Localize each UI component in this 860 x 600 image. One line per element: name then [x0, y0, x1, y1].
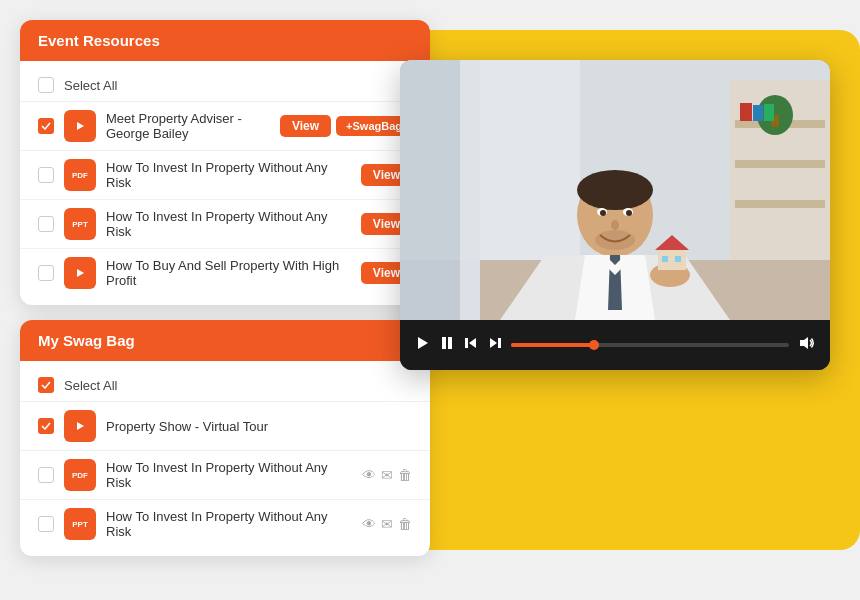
swag-icon-ppt-3: PPT [64, 508, 96, 540]
svg-rect-15 [764, 104, 774, 121]
svg-rect-9 [735, 160, 825, 168]
left-panel: Event Resources Select All Meet Proper [20, 20, 430, 556]
swag-row-2: PDF How To Invest In Property Without An… [20, 450, 430, 499]
volume-icon[interactable] [797, 334, 815, 356]
event-resource-checkbox-4[interactable] [38, 265, 54, 281]
swag-row-1: Property Show - Virtual Tour [20, 401, 430, 450]
svg-point-30 [611, 220, 619, 230]
swag-checkbox-2[interactable] [38, 467, 54, 483]
video-controls [400, 320, 830, 370]
swag-row-2-actions: 👁 ✉ 🗑 [362, 467, 412, 483]
event-resources-header: Event Resources [20, 20, 430, 61]
skip-forward-button[interactable] [487, 335, 503, 355]
swag-checkbox-1[interactable] [38, 418, 54, 434]
progress-bar[interactable] [511, 343, 789, 347]
trash-icon-3[interactable]: 🗑 [398, 516, 412, 532]
resource-icon-video-4 [64, 257, 96, 289]
svg-marker-40 [469, 338, 476, 348]
swag-bag-select-all-row: Select All [20, 369, 430, 401]
eye-icon-2[interactable]: 👁 [362, 467, 376, 483]
svg-marker-37 [418, 337, 428, 349]
swag-bag-card: My Swag Bag Select All [20, 320, 430, 556]
svg-point-31 [595, 230, 635, 250]
video-player [400, 60, 830, 370]
event-resources-title: Event Resources [38, 32, 160, 49]
eye-icon-3[interactable]: 👁 [362, 516, 376, 532]
event-resource-row-3: PPT How To Invest In Property Without An… [20, 199, 430, 248]
svg-rect-38 [442, 337, 446, 349]
svg-point-20 [577, 170, 653, 210]
swag-bag-body: Select All Property Show - Virtual Tour … [20, 361, 430, 556]
resource-icon-pdf-2: PDF [64, 159, 96, 191]
event-resource-row-1: Meet Property Adviser - George Bailey Vi… [20, 101, 430, 150]
svg-point-29 [626, 210, 632, 216]
svg-rect-14 [753, 105, 763, 121]
svg-rect-43 [498, 338, 501, 348]
skip-back-button[interactable] [463, 335, 479, 355]
event-resource-row-4: How To Buy And Sell Property With High P… [20, 248, 430, 297]
svg-rect-39 [448, 337, 452, 349]
page-wrapper: Event Resources Select All Meet Proper [0, 0, 860, 600]
svg-marker-2 [77, 422, 84, 430]
swag-bag-select-all-label: Select All [64, 378, 117, 393]
svg-rect-35 [662, 256, 668, 262]
view-button-1[interactable]: View [280, 115, 331, 137]
event-resource-checkbox-3[interactable] [38, 216, 54, 232]
svg-rect-41 [465, 338, 468, 348]
swag-row-3-actions: 👁 ✉ 🗑 [362, 516, 412, 532]
event-resource-checkbox-2[interactable] [38, 167, 54, 183]
event-resources-body: Select All Meet Property Adviser - Georg… [20, 61, 430, 305]
svg-marker-44 [800, 337, 808, 349]
svg-rect-36 [675, 256, 681, 262]
swag-bag-select-all-checkbox[interactable] [38, 377, 54, 393]
video-frame [400, 60, 830, 320]
resource-icon-video-1 [64, 110, 96, 142]
event-resource-checkbox-1[interactable] [38, 118, 54, 134]
swag-bag-header: My Swag Bag [20, 320, 430, 361]
resource-name-1: Meet Property Adviser - George Bailey [106, 111, 270, 141]
resource-row-1-actions: View +SwagBag [280, 115, 412, 137]
event-resources-select-all-row: Select All [20, 69, 430, 101]
resource-name-4: How To Buy And Sell Property With High P… [106, 258, 351, 288]
pause-button[interactable] [439, 335, 455, 355]
swag-bag-title: My Swag Bag [38, 332, 135, 349]
mail-icon-2[interactable]: ✉ [381, 467, 393, 483]
swag-icon-video-1 [64, 410, 96, 442]
event-resources-select-all-checkbox[interactable] [38, 77, 54, 93]
mail-icon-3[interactable]: ✉ [381, 516, 393, 532]
svg-point-28 [600, 210, 606, 216]
svg-marker-42 [490, 338, 497, 348]
swag-row-3: PPT How To Invest In Property Without An… [20, 499, 430, 548]
event-resource-row-2: PDF How To Invest In Property Without An… [20, 150, 430, 199]
swag-checkbox-3[interactable] [38, 516, 54, 532]
svg-marker-0 [77, 122, 84, 130]
swag-name-1: Property Show - Virtual Tour [106, 419, 412, 434]
video-scene [400, 60, 830, 320]
svg-marker-1 [77, 269, 84, 277]
progress-dot [589, 340, 599, 350]
resource-icon-ppt-3: PPT [64, 208, 96, 240]
event-resources-select-all-label: Select All [64, 78, 117, 93]
progress-bar-fill [511, 343, 594, 347]
play-button[interactable] [415, 335, 431, 355]
svg-rect-10 [735, 200, 825, 208]
swag-name-2: How To Invest In Property Without Any Ri… [106, 460, 352, 490]
swag-icon-pdf-2: PDF [64, 459, 96, 491]
svg-rect-13 [740, 103, 752, 121]
resource-name-2: How To Invest In Property Without Any Ri… [106, 160, 351, 190]
event-resources-card: Event Resources Select All Meet Proper [20, 20, 430, 305]
resource-name-3: How To Invest In Property Without Any Ri… [106, 209, 351, 239]
swag-name-3: How To Invest In Property Without Any Ri… [106, 509, 352, 539]
trash-icon-2[interactable]: 🗑 [398, 467, 412, 483]
